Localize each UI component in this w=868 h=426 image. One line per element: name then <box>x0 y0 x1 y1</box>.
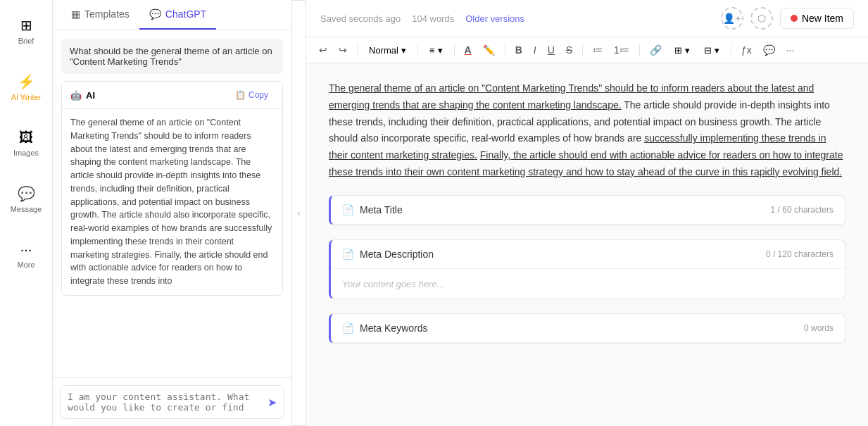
meta-keywords-text: Meta Keywords <box>360 322 427 334</box>
sidebar-item-message[interactable]: 💬 Message <box>5 180 47 219</box>
more-options-icon: ··· <box>786 44 795 56</box>
sidebar-label-ai-writer: AI Writer <box>11 93 42 101</box>
tabs-bar: ▦ Templates 💬 ChatGPT <box>53 0 291 30</box>
meta-description-body[interactable]: Your content goes here... <box>331 269 845 299</box>
strikethrough-button[interactable]: S <box>562 42 577 58</box>
underline-button[interactable]: U <box>543 42 559 58</box>
meta-title-header: 📄 Meta Title 1 / 60 characters <box>331 196 845 225</box>
meta-keywords-label: 📄 Meta Keywords <box>342 322 427 334</box>
table-dropdown[interactable]: ⊟ ▾ <box>698 42 725 58</box>
text-color-button[interactable]: A <box>460 42 476 58</box>
redo-icon: ↪ <box>339 44 347 56</box>
bullet-list-button[interactable]: ≔ <box>589 42 607 58</box>
table-icon: ⊟ <box>704 45 712 56</box>
ai-label-text: AI <box>86 90 95 101</box>
word-count: 104 words <box>412 13 454 24</box>
align-dropdown[interactable]: ≡ ▾ <box>424 42 448 58</box>
share-icon: ⬡ <box>757 13 766 24</box>
numbered-list-icon: 1≔ <box>614 44 629 56</box>
collapse-icon: ‹ <box>298 208 301 218</box>
underline-icon: U <box>548 44 555 56</box>
new-item-label: New Item <box>802 13 843 24</box>
image-dropdown-icon: ▾ <box>685 45 690 56</box>
sidebar-label-images: Images <box>13 149 39 157</box>
format-label: Normal <box>369 45 398 56</box>
new-item-button[interactable]: New Item <box>780 8 854 29</box>
meta-keywords-count: 0 words <box>804 323 834 333</box>
image-icon: ⊞ <box>674 45 682 56</box>
meta-description-icon: 📄 <box>342 249 354 260</box>
copy-label: Copy <box>249 90 268 100</box>
toolbar-divider-4 <box>505 44 505 56</box>
comment-icon: 💬 <box>763 44 775 56</box>
numbered-list-button[interactable]: 1≔ <box>610 42 634 58</box>
highlight-button[interactable]: ✏️ <box>479 42 499 58</box>
ai-label: 🤖 AI <box>70 90 95 101</box>
new-item-indicator <box>791 15 798 22</box>
redo-button[interactable]: ↪ <box>334 42 351 58</box>
toolbar-divider-2 <box>417 44 418 56</box>
user-message-text: What should be the general theme of an a… <box>70 46 272 67</box>
meta-keywords-icon: 📄 <box>342 322 354 334</box>
main-content-text[interactable]: The general theme of an article on "Cont… <box>329 80 845 181</box>
copy-button[interactable]: 📋 Copy <box>229 87 274 103</box>
align-dropdown-icon: ▾ <box>438 45 443 56</box>
meta-title-icon: 📄 <box>342 204 354 215</box>
send-button[interactable]: ➤ <box>268 396 277 409</box>
editor-header-right: 👤+ ⬡ New Item <box>721 7 854 30</box>
link-icon: 🔗 <box>650 44 662 56</box>
format-dropdown[interactable]: Normal ▾ <box>363 42 412 58</box>
toolbar-divider-1 <box>357 44 358 56</box>
tab-chatgpt[interactable]: 💬 ChatGPT <box>139 0 216 30</box>
image-dropdown[interactable]: ⊞ ▾ <box>669 42 696 58</box>
share-button[interactable]: ⬡ <box>750 7 773 30</box>
main-text-body: The article should provide in-depth insi… <box>329 99 843 177</box>
sidebar-item-brief[interactable]: ⊞ Brief <box>5 11 47 51</box>
table-dropdown-icon: ▾ <box>715 45 719 56</box>
comment-button[interactable]: 💬 <box>759 42 779 58</box>
older-versions-link[interactable]: Older versions <box>465 13 524 24</box>
bullet-list-icon: ≔ <box>593 44 603 56</box>
main-area: Saved seconds ago 104 words Older versio… <box>306 0 868 426</box>
format-dropdown-icon: ▾ <box>401 45 406 56</box>
ai-response-text: The general theme of an article on "Cont… <box>70 118 272 286</box>
sidebar-item-more[interactable]: ··· More <box>5 236 47 275</box>
more-options-button[interactable]: ··· <box>782 42 799 58</box>
ai-writer-icon: ⚡ <box>18 73 35 90</box>
middle-panel: ▦ Templates 💬 ChatGPT What should be the… <box>53 0 292 426</box>
copy-icon: 📋 <box>235 90 246 100</box>
meta-description-placeholder: Your content goes here... <box>342 279 444 289</box>
ai-response-header: 🤖 AI 📋 Copy <box>62 82 282 109</box>
saved-status: Saved seconds ago <box>320 13 401 24</box>
toolbar-divider-3 <box>454 44 455 56</box>
more-icon: ··· <box>20 242 32 258</box>
meta-title-label: 📄 Meta Title <box>342 204 403 215</box>
meta-keywords-header: 📄 Meta Keywords 0 words <box>331 314 845 343</box>
editor-content[interactable]: The general theme of an article on "Cont… <box>306 63 868 426</box>
tab-templates[interactable]: ▦ Templates <box>61 0 139 30</box>
add-collaborator-button[interactable]: 👤+ <box>721 7 743 30</box>
toolbar-divider-7 <box>731 44 731 56</box>
collapse-panel-button[interactable]: ‹ <box>292 0 306 426</box>
sidebar-item-images[interactable]: 🖼 Images <box>5 124 47 163</box>
chat-area: What should be the general theme of an a… <box>53 30 291 377</box>
link-button[interactable]: 🔗 <box>646 42 666 58</box>
formula-button[interactable]: ƒx <box>737 42 756 58</box>
formula-icon: ƒx <box>741 44 752 56</box>
add-person-icon: 👤+ <box>723 13 741 24</box>
editor-header-left: Saved seconds ago 104 words Older versio… <box>320 13 524 24</box>
meta-title-section: 📄 Meta Title 1 / 60 characters <box>329 195 845 225</box>
align-icon: ≡ <box>429 45 435 56</box>
chat-input[interactable] <box>68 391 262 413</box>
meta-description-text: Meta Description <box>360 249 434 260</box>
tab-templates-label: Templates <box>84 8 130 20</box>
italic-button[interactable]: I <box>529 42 541 58</box>
highlight-icon: ✏️ <box>483 44 495 56</box>
sidebar-item-ai-writer[interactable]: ⚡ AI Writer <box>5 68 47 107</box>
editor-toolbar: ↩ ↪ Normal ▾ ≡ ▾ A ✏️ B I U <box>306 37 868 63</box>
ai-bot-icon: 🤖 <box>70 90 82 101</box>
meta-title-count: 1 / 60 characters <box>771 205 834 215</box>
undo-button[interactable]: ↩ <box>315 42 332 58</box>
editor-header: Saved seconds ago 104 words Older versio… <box>306 0 868 37</box>
bold-button[interactable]: B <box>511 42 527 58</box>
